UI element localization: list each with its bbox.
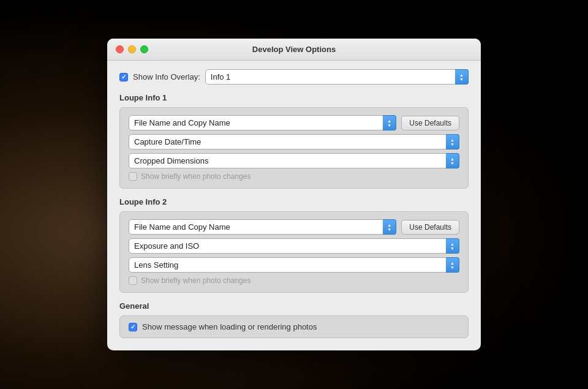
loupe2-select3[interactable]: Lens Setting Focal Length None bbox=[129, 257, 459, 273]
loupe1-show-briefly-checkbox[interactable] bbox=[129, 172, 137, 181]
general-box: Show message when loading or rendering p… bbox=[119, 315, 469, 338]
show-info-overlay-row: Show Info Overlay: Info 1 Info 2 None ▲ … bbox=[119, 69, 469, 85]
window-title: Develop View Options bbox=[252, 45, 336, 54]
loupe1-select1[interactable]: File Name and Copy Name File Name Copy N… bbox=[129, 115, 396, 130]
show-info-overlay-label: Show Info Overlay: bbox=[133, 72, 200, 81]
show-message-checkbox[interactable] bbox=[129, 323, 137, 331]
loupe-info-1-box: File Name and Copy Name File Name Copy N… bbox=[119, 107, 469, 189]
general-label: General bbox=[119, 301, 469, 311]
info-overlay-select[interactable]: Info 1 Info 2 None bbox=[205, 69, 469, 85]
loupe-info-1-row-3: Cropped Dimensions Dimensions None ▲ ▼ bbox=[129, 153, 459, 168]
show-message-label: Show message when loading or rendering p… bbox=[142, 322, 317, 331]
loupe-info-1-label: Loupe Info 1 bbox=[119, 93, 469, 102]
maximize-button[interactable] bbox=[140, 45, 148, 53]
loupe1-use-defaults-button[interactable]: Use Defaults bbox=[401, 116, 459, 130]
loupe-info-2-label: Loupe Info 2 bbox=[119, 197, 469, 206]
loupe1-show-briefly-row: Show briefly when photo changes bbox=[129, 172, 459, 181]
loupe2-use-defaults-button[interactable]: Use Defaults bbox=[401, 220, 459, 235]
loupe2-select1-container: File Name and Copy Name File Name Copy N… bbox=[129, 219, 396, 235]
loupe-info-2-row-1: File Name and Copy Name File Name Copy N… bbox=[129, 219, 459, 235]
loupe1-show-briefly-label: Show briefly when photo changes bbox=[141, 172, 251, 181]
loupe-info-1-row-2: Capture Date/Time Date Time ▲ ▼ bbox=[129, 134, 459, 149]
loupe2-select3-container: Lens Setting Focal Length None ▲ ▼ bbox=[129, 257, 459, 273]
close-button[interactable] bbox=[116, 45, 124, 53]
general-row: Show message when loading or rendering p… bbox=[129, 322, 459, 331]
minimize-button[interactable] bbox=[128, 45, 136, 53]
loupe2-show-briefly-label: Show briefly when photo changes bbox=[141, 276, 251, 285]
loupe2-select1[interactable]: File Name and Copy Name File Name Copy N… bbox=[129, 219, 396, 235]
loupe2-select2-container: Exposure and ISO Exposure ISO ▲ ▼ bbox=[129, 238, 459, 254]
loupe1-select3[interactable]: Cropped Dimensions Dimensions None bbox=[129, 153, 459, 168]
loupe1-select2[interactable]: Capture Date/Time Date Time bbox=[129, 134, 459, 149]
loupe2-show-briefly-checkbox[interactable] bbox=[129, 276, 137, 285]
traffic-lights bbox=[116, 45, 148, 53]
info-overlay-select-container: Info 1 Info 2 None ▲ ▼ bbox=[205, 69, 469, 85]
loupe-info-1-row-1: File Name and Copy Name File Name Copy N… bbox=[129, 115, 459, 130]
titlebar: Develop View Options bbox=[107, 39, 481, 61]
window-content: Show Info Overlay: Info 1 Info 2 None ▲ … bbox=[107, 61, 481, 350]
loupe1-select2-container: Capture Date/Time Date Time ▲ ▼ bbox=[129, 134, 459, 149]
loupe2-show-briefly-row: Show briefly when photo changes bbox=[129, 276, 459, 285]
loupe-info-2-row-3: Lens Setting Focal Length None ▲ ▼ bbox=[129, 257, 459, 273]
loupe2-select2[interactable]: Exposure and ISO Exposure ISO bbox=[129, 238, 459, 254]
loupe1-select1-container: File Name and Copy Name File Name Copy N… bbox=[129, 115, 396, 130]
loupe-info-2-row-2: Exposure and ISO Exposure ISO ▲ ▼ bbox=[129, 238, 459, 254]
develop-view-options-window: Develop View Options Show Info Overlay: … bbox=[107, 39, 481, 350]
show-info-overlay-checkbox[interactable] bbox=[119, 73, 128, 81]
loupe1-select3-container: Cropped Dimensions Dimensions None ▲ ▼ bbox=[129, 153, 459, 168]
loupe-info-2-box: File Name and Copy Name File Name Copy N… bbox=[119, 211, 469, 293]
